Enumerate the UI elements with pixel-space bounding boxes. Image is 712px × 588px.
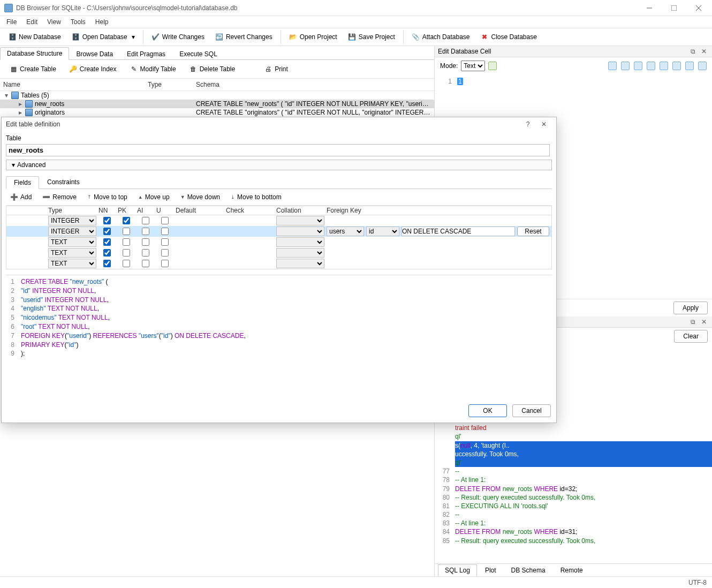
mode-select[interactable]: Text	[461, 61, 485, 71]
log-row[interactable]: s(null, 4, 'taught (I..	[438, 441, 712, 450]
nn-checkbox[interactable]	[103, 217, 111, 224]
log-row[interactable]: ql'	[438, 458, 712, 467]
u-checkbox[interactable]	[161, 217, 169, 224]
table-name-input[interactable]	[6, 144, 550, 156]
tool-icon[interactable]	[672, 62, 681, 70]
field-type-select[interactable]: TEXT	[48, 248, 96, 258]
tool-icon[interactable]	[621, 62, 630, 70]
col-check[interactable]: Check	[226, 207, 274, 214]
pk-checkbox[interactable]	[123, 249, 130, 257]
log-row[interactable]: 84DELETE FROM new_roots WHERE id=31;	[438, 527, 712, 536]
close-database-button[interactable]: ✖Close Database	[475, 31, 541, 43]
new-database-button[interactable]: 🗄️New Database	[3, 31, 66, 43]
col-foreign-key[interactable]: Foreign Key	[327, 207, 364, 214]
advanced-button[interactable]: ▾Advanced	[6, 160, 552, 170]
log-row[interactable]: 78-- At line 1:	[438, 476, 712, 484]
ai-checkbox[interactable]	[142, 217, 149, 224]
field-row[interactable]: TEXT	[6, 258, 551, 269]
col-type[interactable]: Type	[148, 81, 196, 88]
reset-fk-button[interactable]: Reset	[517, 227, 549, 236]
nn-checkbox[interactable]	[103, 228, 111, 235]
log-row[interactable]: 80-- Result: query executed successfully…	[438, 493, 712, 502]
maximize-button[interactable]	[662, 0, 686, 16]
close-window-button[interactable]	[686, 0, 711, 16]
move-up-button[interactable]: ▲Move up	[135, 192, 173, 202]
subtab-constraints[interactable]: Constraints	[39, 176, 88, 189]
field-type-select[interactable]: TEXT	[48, 237, 96, 247]
ai-checkbox[interactable]	[142, 228, 149, 235]
add-field-button[interactable]: ➕Add	[7, 192, 35, 202]
nn-checkbox[interactable]	[103, 238, 111, 246]
collation-select[interactable]	[276, 237, 324, 247]
print-button[interactable]: 🖨Print	[259, 63, 293, 76]
tab-execute-sql[interactable]: Execute SQL	[172, 48, 224, 60]
ai-checkbox[interactable]	[142, 238, 149, 246]
tool-icon[interactable]	[634, 62, 642, 70]
pk-checkbox[interactable]	[123, 217, 130, 224]
pk-checkbox[interactable]	[123, 260, 130, 267]
create-table-button[interactable]: ▦Create Table	[4, 63, 61, 76]
log-row[interactable]: 79DELETE FROM new_roots WHERE id=32;	[438, 485, 712, 493]
log-row[interactable]: 85-- Result: query executed successfully…	[438, 537, 712, 545]
log-row[interactable]: 81-- EXECUTING ALL IN 'roots.sql'	[438, 502, 712, 510]
field-row[interactable]: INTEGER usersidReset	[6, 226, 551, 237]
fk-table-select[interactable]: users	[327, 227, 364, 236]
log-row[interactable]: traint failed	[438, 424, 712, 432]
modify-table-button[interactable]: ✎Modify Table	[125, 63, 181, 76]
fk-column-select[interactable]: id	[366, 227, 399, 236]
popout-icon[interactable]: ⧉	[691, 48, 698, 55]
tree-tables-root[interactable]: ▾Tables (5)	[0, 91, 434, 100]
collation-select[interactable]	[276, 259, 324, 268]
field-row[interactable]: TEXT	[6, 237, 551, 247]
apply-button[interactable]: Apply	[673, 301, 708, 314]
close-panel-icon[interactable]: ✕	[701, 318, 709, 326]
create-index-button[interactable]: 🔑Create Index	[64, 63, 122, 76]
tool-icon[interactable]	[647, 62, 655, 70]
ok-button[interactable]: OK	[468, 404, 507, 417]
clear-button[interactable]: Clear	[674, 330, 708, 343]
subtab-fields[interactable]: Fields	[6, 176, 39, 189]
chevron-right-icon[interactable]: ▸	[17, 101, 23, 107]
cancel-button[interactable]: Cancel	[512, 404, 551, 417]
logtab-sqllog[interactable]: SQL Log	[438, 564, 477, 576]
collation-select[interactable]	[276, 216, 324, 225]
col-nn[interactable]: NN	[99, 207, 116, 214]
tree-row-new-roots[interactable]: ▸new_roots CREATE TABLE "new_roots" ( "i…	[0, 100, 434, 108]
nn-checkbox[interactable]	[103, 260, 111, 267]
revert-changes-button[interactable]: ↩️Revert Changes	[210, 31, 277, 43]
menu-edit[interactable]: Edit	[22, 17, 42, 27]
open-project-button[interactable]: 📂Open Project	[284, 31, 342, 43]
field-row[interactable]: INTEGER	[6, 215, 551, 226]
u-checkbox[interactable]	[161, 228, 169, 235]
menu-view[interactable]: View	[43, 17, 65, 27]
tab-edit-pragmas[interactable]: Edit Pragmas	[120, 48, 172, 60]
u-checkbox[interactable]	[161, 249, 169, 257]
chevron-down-icon[interactable]: ▾	[3, 93, 9, 99]
log-row[interactable]: ql'	[438, 432, 712, 441]
field-type-select[interactable]: INTEGER	[48, 227, 96, 236]
col-default[interactable]: Default	[176, 207, 224, 214]
help-icon[interactable]: ?	[520, 118, 536, 130]
tool-icon[interactable]	[698, 62, 707, 70]
ai-checkbox[interactable]	[142, 260, 149, 267]
col-schema[interactable]: Schema	[196, 81, 431, 88]
tab-browse-data[interactable]: Browse Data	[69, 48, 120, 60]
col-collation[interactable]: Collation	[276, 207, 324, 214]
col-pk[interactable]: PK	[118, 207, 135, 214]
menu-file[interactable]: File	[2, 17, 21, 27]
close-panel-icon[interactable]: ✕	[701, 48, 709, 55]
remove-field-button[interactable]: ➖Remove	[39, 192, 80, 202]
collation-select[interactable]	[276, 227, 324, 236]
write-changes-button[interactable]: ✔️Write Changes	[147, 31, 209, 43]
logtab-dbschema[interactable]: DB Schema	[504, 564, 552, 576]
field-row[interactable]: TEXT	[6, 247, 551, 258]
log-row[interactable]: uccessfully. Took 0ms,	[438, 450, 712, 458]
nn-checkbox[interactable]	[103, 249, 111, 257]
u-checkbox[interactable]	[161, 260, 169, 267]
save-project-button[interactable]: 💾Save Project	[343, 31, 400, 43]
pk-checkbox[interactable]	[123, 238, 130, 246]
logtab-plot[interactable]: Plot	[478, 564, 503, 576]
open-database-button[interactable]: 🗄️Open Database▾	[67, 31, 140, 43]
tool-icon[interactable]	[608, 62, 617, 70]
move-down-button[interactable]: ▼Move down	[177, 192, 223, 202]
